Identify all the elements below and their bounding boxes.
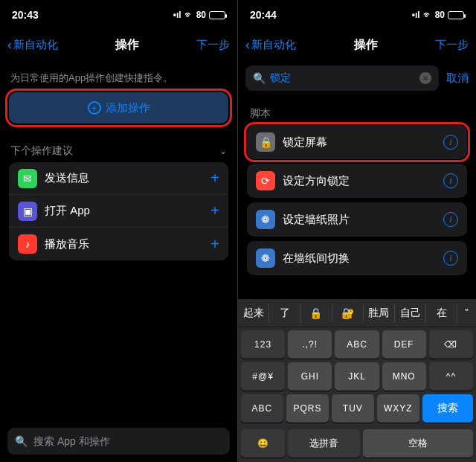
key[interactable]: ABC xyxy=(241,394,283,423)
nav-bar: ‹ 新自动化 操作 下一步 xyxy=(238,30,476,60)
nav-title: 操作 xyxy=(354,37,378,53)
status-time: 20:44 xyxy=(250,9,277,21)
kb-suggestion[interactable]: 在 xyxy=(426,304,457,323)
key[interactable]: JKL xyxy=(335,362,379,391)
info-icon[interactable]: i xyxy=(443,173,458,188)
list-item[interactable]: ❁ 设定墙纸照片 i xyxy=(247,202,467,237)
key[interactable]: PQRS xyxy=(286,394,329,423)
signal-icon: •ıl xyxy=(412,10,420,20)
nav-back-label: 新自动化 xyxy=(251,38,296,52)
list-item-label: 设定墙纸照片 xyxy=(283,213,443,227)
nav-back[interactable]: ‹ 新自动化 xyxy=(7,37,58,53)
list-item[interactable]: ✉ 发送信息 + xyxy=(9,162,228,195)
scripts-header: 脚本 xyxy=(238,94,476,125)
chevron-down-icon: ⌄ xyxy=(219,146,227,156)
key[interactable]: .,?! xyxy=(288,330,332,359)
scripts-list: 🔒 锁定屏幕 i ⟳ 设定方向锁定 i ❁ 设定墙纸照片 i ❁ 在墙纸间切换 … xyxy=(247,125,467,275)
search-bar[interactable]: 🔍 ✕ xyxy=(245,65,439,91)
key[interactable]: MNO xyxy=(382,362,426,391)
status-indicators: •ıl ᯤ 80 xyxy=(173,10,225,20)
keyboard-bottom-row: 😀 选拼音 空格 xyxy=(238,429,476,462)
keyboard-suggestions[interactable]: 起来 了 🔒 🔐 胜局 自己 在 ˅ xyxy=(238,299,476,327)
status-bar: 20:44 •ıl ᯤ 80 xyxy=(238,0,476,30)
list-item[interactable]: ⟳ 设定方向锁定 i xyxy=(247,164,467,198)
nav-title: 操作 xyxy=(115,37,139,53)
status-indicators: •ıl ᯤ 80 xyxy=(412,10,464,20)
list-item-label: 播放音乐 xyxy=(45,237,210,251)
nav-next[interactable]: 下一步 xyxy=(435,38,469,52)
search-icon: 🔍 xyxy=(15,435,28,447)
clear-icon[interactable]: ✕ xyxy=(419,72,431,84)
battery-pct: 80 xyxy=(435,10,445,20)
kb-suggestion[interactable]: 胜局 xyxy=(364,304,395,323)
kb-suggestion[interactable]: 起来 xyxy=(238,304,269,323)
page-subtitle: 为日常使用的App操作创建快捷指令。 xyxy=(0,60,237,92)
kb-suggestion-expand[interactable]: ˅ xyxy=(457,304,476,322)
search-input[interactable] xyxy=(270,72,415,84)
battery-icon xyxy=(209,11,225,19)
search-icon: 🔍 xyxy=(253,72,266,84)
search-row: 🔍 ✕ 取消 xyxy=(238,60,476,94)
list-item[interactable]: ♪ 播放音乐 + xyxy=(9,228,228,260)
add-action-button[interactable]: + 添加操作 xyxy=(9,92,228,123)
kb-suggestion[interactable]: 自己 xyxy=(395,304,426,323)
wifi-icon: ᯤ xyxy=(184,10,193,20)
info-icon[interactable]: i xyxy=(443,251,458,266)
search-input[interactable] xyxy=(33,435,222,447)
key-space[interactable]: 空格 xyxy=(363,429,473,458)
list-item[interactable]: ▣ 打开 App + xyxy=(9,195,228,228)
list-item-lock-screen[interactable]: 🔒 锁定屏幕 i xyxy=(247,125,467,159)
orientation-lock-icon: ⟳ xyxy=(256,171,275,190)
add-action-label: 添加操作 xyxy=(106,101,150,115)
wifi-icon: ᯤ xyxy=(423,10,432,20)
key-search[interactable]: 搜索 xyxy=(422,394,473,423)
plus-icon[interactable]: + xyxy=(210,236,219,253)
suggestions-list: ✉ 发送信息 + ▣ 打开 App + ♪ 播放音乐 + xyxy=(9,162,228,260)
plus-icon[interactable]: + xyxy=(210,170,219,187)
list-item-label: 锁定屏幕 xyxy=(283,135,443,150)
key-emoji[interactable]: 😀 xyxy=(241,429,285,458)
chevron-left-icon: ‹ xyxy=(245,37,250,53)
list-item-label: 设定方向锁定 xyxy=(283,174,443,188)
kb-suggestion[interactable]: 🔐 xyxy=(332,304,364,322)
list-item-label: 在墙纸间切换 xyxy=(283,251,443,266)
battery-icon xyxy=(448,11,464,19)
nav-next[interactable]: 下一步 xyxy=(196,38,230,52)
screen-search-results: 20:44 •ıl ᯤ 80 ‹ 新自动化 操作 下一步 🔍 ✕ 取消 脚本 🔒… xyxy=(238,0,476,462)
lock-icon: 🔒 xyxy=(256,132,275,152)
search-bar[interactable]: 🔍 xyxy=(7,428,230,455)
nav-back[interactable]: ‹ 新自动化 xyxy=(245,37,296,53)
signal-icon: •ıl xyxy=(173,10,181,20)
screen-actions: 20:43 •ıl ᯤ 80 ‹ 新自动化 操作 下一步 为日常使用的App操作… xyxy=(0,0,238,462)
info-icon[interactable]: i xyxy=(443,135,458,150)
list-item[interactable]: ❁ 在墙纸间切换 i xyxy=(247,241,467,275)
keyboard-rows: 123 .,?! ABC DEF ⌫ #@¥ GHI JKL MNO ^^ AB… xyxy=(238,327,476,429)
kb-suggestion[interactable]: 了 xyxy=(269,304,300,323)
key[interactable]: 123 xyxy=(241,330,285,359)
kb-suggestion[interactable]: 🔒 xyxy=(300,304,332,322)
plus-circle-icon: + xyxy=(88,101,101,115)
suggestions-header[interactable]: 下个操作建议 ⌄ xyxy=(0,123,237,162)
key[interactable]: ABC xyxy=(335,330,379,359)
suggestions-header-label: 下个操作建议 xyxy=(10,144,73,158)
messages-icon: ✉ xyxy=(18,169,37,188)
key[interactable]: WXYZ xyxy=(377,394,419,423)
wallpaper-switch-icon: ❁ xyxy=(256,248,275,268)
list-item-label: 打开 App xyxy=(45,204,210,218)
key-backspace[interactable]: ⌫ xyxy=(429,330,473,359)
nav-bar: ‹ 新自动化 操作 下一步 xyxy=(0,30,237,60)
key[interactable]: TUV xyxy=(332,394,374,423)
info-icon[interactable]: i xyxy=(443,212,458,227)
key[interactable]: #@¥ xyxy=(241,362,285,391)
wallpaper-icon: ❁ xyxy=(256,210,275,229)
key[interactable]: GHI xyxy=(288,362,332,391)
status-time: 20:43 xyxy=(12,9,39,21)
plus-icon[interactable]: + xyxy=(210,202,219,219)
status-bar: 20:43 •ıl ᯤ 80 xyxy=(0,0,237,30)
key[interactable]: DEF xyxy=(382,330,426,359)
nav-back-label: 新自动化 xyxy=(13,38,58,52)
keyboard[interactable]: 起来 了 🔒 🔐 胜局 自己 在 ˅ 123 .,?! ABC DEF ⌫ #@… xyxy=(238,299,476,462)
key[interactable]: ^^ xyxy=(429,362,473,391)
key-select-pinyin[interactable]: 选拼音 xyxy=(288,429,359,458)
cancel-button[interactable]: 取消 xyxy=(446,71,469,86)
